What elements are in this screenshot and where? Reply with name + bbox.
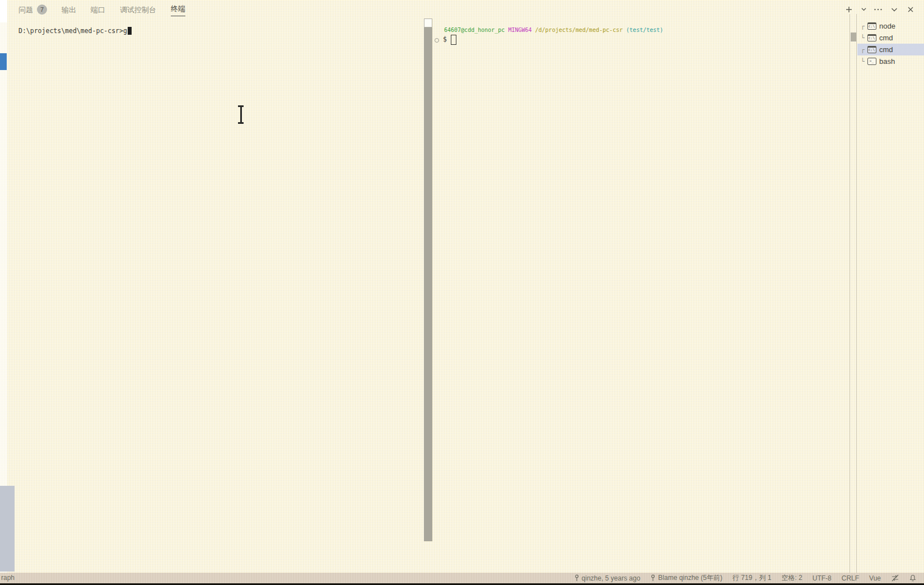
- terminal-split-scrollbar[interactable]: [424, 18, 432, 541]
- cmd-terminal-icon: c:\: [867, 46, 876, 54]
- terminal-list: ┌ c:\ node └ c:\ cmd ┌ c:\ cmd └ >_ bash: [857, 20, 924, 67]
- blame-person-icon: [574, 574, 580, 582]
- status-git-graph-truncated[interactable]: raph: [1, 574, 15, 582]
- tree-branch-glyph: └: [861, 34, 867, 41]
- prompt-dollar-sign: $: [443, 35, 447, 43]
- more-actions-ellipsis-icon[interactable]: [874, 5, 883, 14]
- tab-debug-console[interactable]: 调试控制台: [120, 0, 156, 18]
- formatter-status-icon[interactable]: [891, 574, 899, 582]
- terminal-profile-chevron-down-icon[interactable]: [861, 5, 866, 14]
- status-eol[interactable]: CRLF: [842, 574, 859, 582]
- status-blame-detail[interactable]: Blame qinzhe (5年前): [650, 573, 722, 583]
- notifications-bell-icon[interactable]: [909, 574, 916, 582]
- tab-debug-console-label: 调试控制台: [120, 4, 156, 15]
- hide-panel-chevron-down-icon[interactable]: [890, 5, 899, 14]
- tab-terminal[interactable]: 终端: [171, 0, 185, 18]
- prompt-user-host: 64607@cdd_honor_pc: [444, 27, 505, 33]
- scrollbar-top-box: [424, 18, 432, 27]
- right-terminal-scrollbar-track[interactable]: [850, 14, 857, 573]
- status-encoding[interactable]: UTF-8: [813, 574, 832, 582]
- tab-terminal-label: 终端: [171, 3, 185, 16]
- tree-branch-glyph: ┌: [861, 46, 867, 53]
- new-terminal-plus-icon[interactable]: [844, 5, 853, 14]
- terminal-block-cursor: [128, 27, 132, 35]
- close-panel-close-icon[interactable]: [906, 5, 915, 14]
- tab-problems[interactable]: 问题 7: [18, 0, 47, 18]
- left-edge-blue-indicator[interactable]: [0, 53, 7, 70]
- status-blame-summary[interactable]: qinzhe, 5 years ago: [574, 574, 641, 582]
- cmd-terminal-icon: c:\: [867, 22, 876, 30]
- terminal-list-item-cmd-2-selected[interactable]: ┌ c:\ cmd: [857, 44, 924, 55]
- terminal-list-item-node[interactable]: ┌ c:\ node: [857, 20, 924, 32]
- terminal-hollow-cursor: [451, 35, 456, 45]
- tree-branch-glyph: ┌: [861, 22, 867, 30]
- tab-output-label: 输出: [62, 4, 76, 15]
- status-language-mode[interactable]: Vue: [869, 574, 881, 582]
- right-terminal-scrollbar-thumb[interactable]: [851, 32, 856, 41]
- prompt-environment: MINGW64: [508, 27, 531, 33]
- status-bar: raph qinzhe, 5 years ago Blame qinzhe (5…: [0, 573, 924, 583]
- problems-count-badge: 7: [37, 4, 47, 15]
- tree-branch-glyph: └: [861, 58, 867, 65]
- status-indentation[interactable]: 空格: 2: [781, 573, 802, 583]
- terminal-list-label: bash: [879, 57, 895, 66]
- right-terminal-prompt-line[interactable]: 64607@cdd_honor_pc MINGW64 /d/projects/m…: [444, 27, 663, 33]
- command-decoration-circle-icon[interactable]: [435, 38, 439, 43]
- terminal-list-label: cmd: [879, 45, 893, 54]
- mouse-ibeam-cursor: [237, 105, 245, 124]
- left-terminal-output[interactable]: D:\projects\med\med-pc-csr>g: [18, 27, 132, 35]
- terminal-list-item-bash[interactable]: └ >_ bash: [857, 55, 924, 67]
- panel-tab-bar: 问题 7 输出 端口 调试控制台 终端: [18, 0, 185, 18]
- left-edge-top-segment: [0, 0, 7, 22]
- status-cursor-position[interactable]: 行 719，列 1: [732, 573, 771, 583]
- left-edge-scrollbar-thumb[interactable]: [0, 486, 15, 572]
- blame-person-icon: [650, 574, 656, 582]
- prompt-git-branch: (test/test): [626, 27, 663, 33]
- terminal-list-label: node: [879, 22, 895, 30]
- terminal-list-label: cmd: [879, 34, 893, 42]
- tab-problems-label: 问题: [18, 4, 33, 15]
- tab-ports[interactable]: 端口: [91, 0, 105, 18]
- cmd-terminal-icon: c:\: [867, 34, 876, 42]
- tab-output[interactable]: 输出: [62, 0, 76, 18]
- scrollbar-thumb[interactable]: [424, 27, 432, 541]
- tab-ports-label: 端口: [91, 4, 105, 15]
- prompt-working-directory: /d/projects/med/med-pc-csr: [535, 27, 623, 33]
- left-terminal-command-line: D:\projects\med\med-pc-csr>g: [18, 27, 127, 35]
- terminal-list-item-cmd-1[interactable]: └ c:\ cmd: [857, 32, 924, 44]
- bash-terminal-icon: >_: [867, 58, 876, 66]
